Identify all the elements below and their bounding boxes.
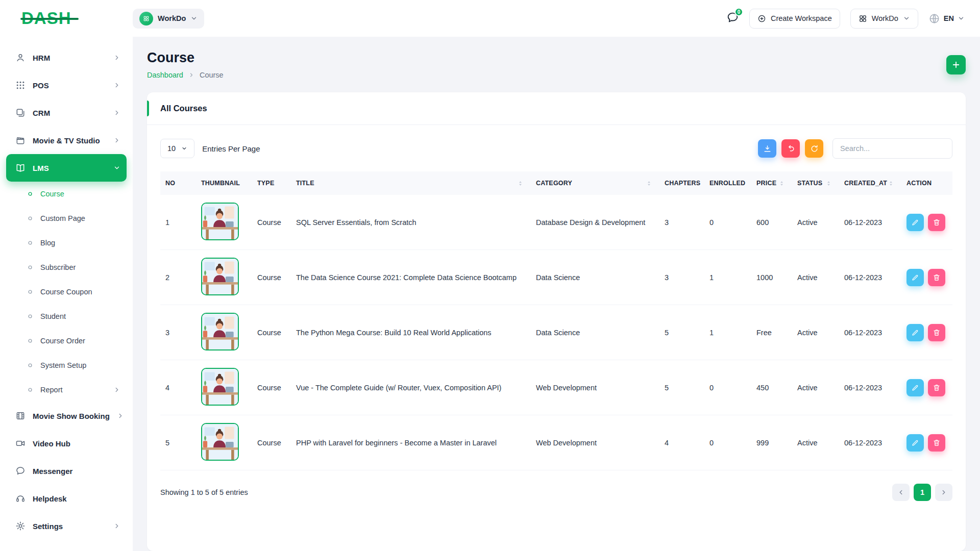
delete-button[interactable] <box>928 379 945 396</box>
column-price[interactable]: PRICE <box>751 171 792 195</box>
book-icon <box>15 163 26 173</box>
entries-per-page-select[interactable]: 10 <box>160 139 194 158</box>
card-header: All Courses <box>147 92 966 125</box>
hrm-icon <box>15 53 26 63</box>
sidebar-item-video-hub[interactable]: Video Hub <box>6 430 127 457</box>
sidebar-subitem-course-order[interactable]: Course Order <box>6 329 127 353</box>
table-footer: Showing 1 to 5 of 5 entries 1 <box>160 470 952 514</box>
sidebar-item-settings[interactable]: Settings <box>6 512 127 540</box>
showing-entries-text: Showing 1 to 5 of 5 entries <box>160 488 248 496</box>
sidebar-subitem-subscriber[interactable]: Subscriber <box>6 255 127 280</box>
edit-button[interactable] <box>906 379 924 396</box>
pagination-prev-button[interactable] <box>892 484 910 501</box>
workspace-menu-button[interactable]: WorkDo <box>850 9 918 29</box>
refresh-icon <box>810 144 819 153</box>
cell-price: 1000 <box>751 250 792 305</box>
sidebar-item-hrm[interactable]: HRM <box>6 44 127 71</box>
pos-icon <box>15 80 26 90</box>
export-button[interactable] <box>758 139 776 158</box>
cell-category: Database Design & Development <box>531 195 659 250</box>
sidebar-subitem-course[interactable]: Course <box>6 182 127 206</box>
sidebar-subitem-label: Course <box>40 190 64 198</box>
pencil-icon <box>911 384 919 392</box>
chevron-down-icon <box>190 15 198 22</box>
delete-button[interactable] <box>928 214 945 231</box>
sidebar-item-pos[interactable]: POS <box>6 71 127 99</box>
sidebar-subitem-custom-page[interactable]: Custom Page <box>6 206 127 231</box>
dot-icon <box>27 337 34 344</box>
pencil-icon <box>911 329 919 337</box>
column-status[interactable]: STATUS <box>792 171 839 195</box>
course-illustration <box>202 369 238 405</box>
sidebar-item-lms[interactable]: LMS <box>6 154 127 182</box>
column-created-at[interactable]: CREATED_AT <box>839 171 901 195</box>
sidebar-item-helpdesk[interactable]: Helpdesk <box>6 485 127 512</box>
delete-button[interactable] <box>928 269 945 286</box>
card-title: All Courses <box>160 104 207 113</box>
chevron-right-icon <box>113 109 120 116</box>
sidebar-subitem-course-coupon[interactable]: Course Coupon <box>6 280 127 304</box>
sidebar-subitem-report[interactable]: Report <box>6 378 127 402</box>
sidebar-item-label: Messenger <box>33 467 72 475</box>
delete-button[interactable] <box>928 434 945 452</box>
table-row: 2 Course The Data Science Course 2021: C… <box>160 250 952 305</box>
cell-created-at: 06-12-2023 <box>839 250 901 305</box>
edit-button[interactable] <box>906 214 924 231</box>
workspace-selector[interactable]: WorkDo <box>133 9 204 29</box>
sidebar: HRM POS CRM Movie & TV Studio LMS Course <box>0 37 133 551</box>
sidebar-item-label: Settings <box>33 522 63 531</box>
chevron-down-icon <box>181 145 187 152</box>
sidebar-subitem-student[interactable]: Student <box>6 304 127 329</box>
add-course-button[interactable] <box>946 55 966 74</box>
workspace-avatar <box>139 12 153 26</box>
grid-icon <box>859 14 867 23</box>
edit-button[interactable] <box>906 434 924 452</box>
header-actions: 0 Create Workspace WorkDo EN <box>726 9 965 29</box>
app-window: DASH WorkDo 0 Create Workspace WorkDo <box>0 0 980 551</box>
column-category[interactable]: CATEGORY <box>531 171 659 195</box>
workspace-grid-icon <box>143 15 150 22</box>
reset-button[interactable] <box>781 139 800 158</box>
sidebar-item-crm[interactable]: CRM <box>6 99 127 127</box>
chevron-right-icon <box>113 386 120 393</box>
chat-button[interactable]: 0 <box>726 11 739 26</box>
page-header: Course Dashboard Course <box>147 50 966 79</box>
dash-logo[interactable]: DASH <box>21 9 71 28</box>
dot-icon <box>27 264 34 271</box>
column-type: TYPE <box>252 171 291 195</box>
table-controls: 10 Entries Per Page <box>160 138 952 159</box>
sidebar-item-messenger[interactable]: Messenger <box>6 457 127 485</box>
cell-price: 600 <box>751 195 792 250</box>
sidebar-item-movie-show-booking[interactable]: Movie Show Booking <box>6 402 127 430</box>
edit-button[interactable] <box>906 324 924 341</box>
cell-created-at: 06-12-2023 <box>839 305 901 360</box>
breadcrumb-dashboard-link[interactable]: Dashboard <box>147 71 183 79</box>
pagination: 1 <box>892 484 952 501</box>
language-selector[interactable]: EN <box>928 13 965 24</box>
cell-status: Active <box>792 195 839 250</box>
pagination-page-1-button[interactable]: 1 <box>914 484 931 501</box>
breadcrumb-current: Course <box>200 71 224 79</box>
pagination-next-button[interactable] <box>935 484 952 501</box>
create-workspace-button[interactable]: Create Workspace <box>749 9 840 29</box>
cell-title: SQL Server Essentials, from Scratch <box>291 195 531 250</box>
edit-button[interactable] <box>906 269 924 286</box>
cell-no: 1 <box>160 195 196 250</box>
sidebar-subitem-system-setup[interactable]: System Setup <box>6 353 127 378</box>
cell-category: Web Development <box>531 415 659 470</box>
sidebar-subitem-blog[interactable]: Blog <box>6 231 127 255</box>
entries-per-page-label: Entries Per Page <box>202 144 260 153</box>
sidebar-subitem-label: Custom Page <box>40 214 85 222</box>
dot-icon <box>27 386 34 393</box>
reload-button[interactable] <box>805 139 823 158</box>
delete-button[interactable] <box>928 324 945 341</box>
column-label: CREATED_AT <box>844 180 887 187</box>
search-input[interactable] <box>832 138 952 159</box>
entries-control: 10 Entries Per Page <box>160 139 260 158</box>
column-title[interactable]: TITLE <box>291 171 531 195</box>
brand-area: DASH <box>0 9 133 28</box>
table-header: NO THUMBNAIL TYPE TITLE CATEGORY CHAPTER… <box>160 171 952 195</box>
cell-action <box>901 360 952 415</box>
course-thumbnail <box>201 313 239 350</box>
sidebar-item-movie-tv-studio[interactable]: Movie & TV Studio <box>6 127 127 154</box>
